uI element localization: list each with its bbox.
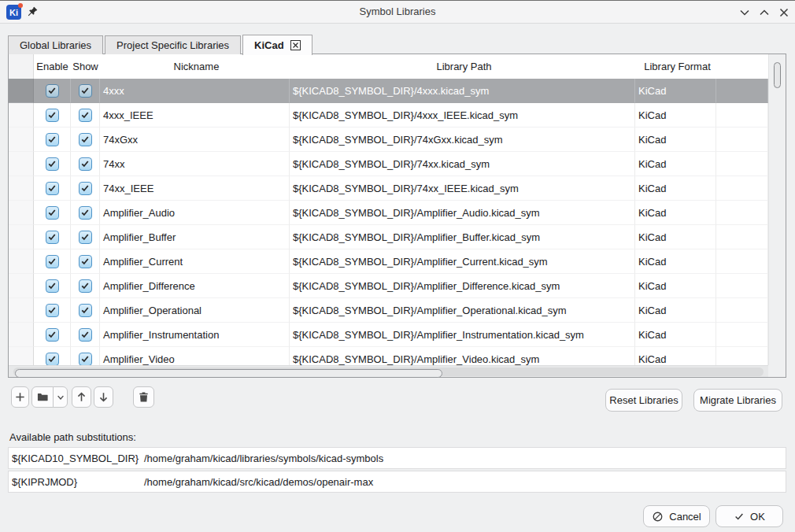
- library-row[interactable]: 74xx_IEEE ${KICAD8_SYMBOL_DIR}/74xx_IEEE…: [9, 176, 768, 201]
- library-format-cell[interactable]: KiCad: [635, 323, 716, 347]
- move-up-button[interactable]: [72, 386, 91, 408]
- library-format-cell[interactable]: KiCad: [635, 249, 716, 274]
- library-format-cell[interactable]: KiCad: [635, 225, 716, 249]
- library-path-cell[interactable]: ${KICAD8_SYMBOL_DIR}/Amplifier_Operation…: [290, 298, 635, 323]
- library-row[interactable]: 4xxx ${KICAD8_SYMBOL_DIR}/4xxx.kicad_sym…: [9, 79, 768, 103]
- show-checkbox[interactable]: [79, 279, 92, 293]
- ok-button[interactable]: OK: [716, 505, 783, 527]
- nickname-cell[interactable]: Amplifier_Audio: [100, 201, 290, 225]
- row-header[interactable]: [9, 323, 34, 347]
- row-header[interactable]: [9, 298, 34, 323]
- nickname-cell[interactable]: 4xxx_IEEE: [100, 103, 290, 127]
- enable-checkbox[interactable]: [46, 328, 59, 342]
- row-header[interactable]: [9, 176, 34, 201]
- library-path-cell[interactable]: ${KICAD8_SYMBOL_DIR}/74xGxx.kicad_sym: [290, 127, 635, 152]
- show-checkbox[interactable]: [79, 304, 92, 317]
- library-format-cell[interactable]: KiCad: [635, 152, 716, 176]
- library-format-cell[interactable]: KiCad: [635, 127, 716, 152]
- horizontal-scrollbar-track[interactable]: [13, 368, 764, 376]
- show-checkbox[interactable]: [79, 328, 92, 342]
- enable-checkbox[interactable]: [46, 304, 59, 317]
- pin-icon[interactable]: [26, 6, 39, 18]
- enable-checkbox[interactable]: [46, 279, 59, 293]
- enable-checkbox[interactable]: [46, 353, 59, 366]
- browse-library-button[interactable]: [31, 386, 54, 408]
- library-row[interactable]: 4xxx_IEEE ${KICAD8_SYMBOL_DIR}/4xxx_IEEE…: [9, 103, 768, 127]
- show-checkbox[interactable]: [79, 157, 92, 171]
- show-checkbox[interactable]: [79, 353, 92, 366]
- show-checkbox[interactable]: [79, 133, 92, 146]
- nickname-cell[interactable]: Amplifier_Instrumentation: [100, 323, 290, 347]
- library-path-cell[interactable]: ${KICAD8_SYMBOL_DIR}/Amplifier_Buffer.ki…: [290, 225, 635, 249]
- library-path-cell[interactable]: ${KICAD8_SYMBOL_DIR}/74xx_IEEE.kicad_sym: [290, 176, 635, 201]
- horizontal-scrollbar[interactable]: [9, 365, 768, 377]
- show-checkbox[interactable]: [79, 231, 92, 244]
- library-path-cell[interactable]: ${KICAD8_SYMBOL_DIR}/74xx.kicad_sym: [290, 152, 635, 176]
- library-format-cell[interactable]: KiCad: [635, 79, 716, 103]
- library-row[interactable]: Amplifier_Difference ${KICAD8_SYMBOL_DIR…: [9, 274, 768, 298]
- shade-icon[interactable]: [738, 6, 751, 19]
- enable-checkbox[interactable]: [46, 157, 59, 171]
- browse-library-dropdown-button[interactable]: [53, 386, 68, 408]
- row-header[interactable]: [9, 127, 34, 152]
- enable-checkbox[interactable]: [46, 84, 59, 98]
- library-path-cell[interactable]: ${KICAD8_SYMBOL_DIR}/4xxx_IEEE.kicad_sym: [290, 103, 635, 127]
- library-format-cell[interactable]: KiCad: [635, 274, 716, 298]
- vertical-scrollbar[interactable]: [768, 54, 786, 365]
- enable-checkbox[interactable]: [46, 182, 59, 195]
- nickname-cell[interactable]: 74xx_IEEE: [100, 176, 290, 201]
- show-checkbox[interactable]: [79, 109, 92, 122]
- row-header[interactable]: [9, 225, 34, 249]
- reset-libraries-button[interactable]: Reset Libraries: [605, 389, 682, 412]
- enable-checkbox[interactable]: [46, 206, 59, 220]
- nickname-cell[interactable]: 74xGxx: [100, 127, 290, 152]
- show-checkbox[interactable]: [79, 255, 92, 268]
- row-header[interactable]: [9, 347, 34, 365]
- row-header[interactable]: [9, 274, 34, 298]
- library-format-cell[interactable]: KiCad: [635, 298, 716, 323]
- library-row[interactable]: Amplifier_Audio ${KICAD8_SYMBOL_DIR}/Amp…: [9, 201, 768, 225]
- library-row[interactable]: 74xx ${KICAD8_SYMBOL_DIR}/74xx.kicad_sym…: [9, 152, 768, 176]
- close-icon[interactable]: [778, 6, 790, 19]
- library-row[interactable]: Amplifier_Buffer ${KICAD8_SYMBOL_DIR}/Am…: [9, 225, 768, 249]
- move-down-button[interactable]: [94, 386, 113, 408]
- nickname-cell[interactable]: 4xxx: [100, 79, 290, 103]
- library-path-cell[interactable]: ${KICAD8_SYMBOL_DIR}/Amplifier_Differenc…: [290, 274, 635, 298]
- maximize-icon[interactable]: [758, 6, 771, 19]
- row-header[interactable]: [9, 103, 34, 127]
- nickname-cell[interactable]: Amplifier_Operational: [100, 298, 290, 323]
- tab-kicad[interactable]: KiCad: [242, 35, 312, 55]
- library-row[interactable]: Amplifier_Video ${KICAD8_SYMBOL_DIR}/Amp…: [9, 347, 768, 365]
- nickname-cell[interactable]: Amplifier_Buffer: [100, 225, 290, 249]
- library-format-cell[interactable]: KiCad: [635, 103, 716, 127]
- tab-close-icon[interactable]: [290, 40, 301, 50]
- tab-global-libraries[interactable]: Global Libraries: [8, 35, 103, 54]
- enable-checkbox[interactable]: [46, 231, 59, 244]
- library-format-cell[interactable]: KiCad: [635, 347, 716, 365]
- add-library-button[interactable]: [11, 386, 29, 408]
- library-row[interactable]: Amplifier_Current ${KICAD8_SYMBOL_DIR}/A…: [9, 249, 768, 274]
- show-checkbox[interactable]: [79, 182, 92, 195]
- nickname-cell[interactable]: 74xx: [100, 152, 290, 176]
- library-row[interactable]: Amplifier_Operational ${KICAD8_SYMBOL_DI…: [9, 298, 768, 323]
- delete-library-button[interactable]: [133, 386, 154, 408]
- library-path-cell[interactable]: ${KICAD8_SYMBOL_DIR}/4xxx.kicad_sym: [290, 79, 635, 103]
- tab-project-specific-libraries[interactable]: Project Specific Libraries: [105, 35, 241, 54]
- library-path-cell[interactable]: ${KICAD8_SYMBOL_DIR}/Amplifier_Audio.kic…: [290, 201, 635, 225]
- nickname-cell[interactable]: Amplifier_Video: [100, 347, 290, 365]
- row-header[interactable]: [9, 201, 34, 225]
- enable-checkbox[interactable]: [46, 255, 59, 268]
- show-checkbox[interactable]: [79, 206, 92, 220]
- library-row[interactable]: Amplifier_Instrumentation ${KICAD8_SYMBO…: [9, 323, 768, 347]
- library-format-cell[interactable]: KiCad: [635, 176, 716, 201]
- show-checkbox[interactable]: [79, 84, 92, 98]
- vertical-scrollbar-thumb[interactable]: [774, 62, 781, 88]
- nickname-cell[interactable]: Amplifier_Difference: [100, 274, 290, 298]
- library-path-cell[interactable]: ${KICAD8_SYMBOL_DIR}/Amplifier_Video.kic…: [290, 347, 635, 365]
- nickname-cell[interactable]: Amplifier_Current: [100, 249, 290, 274]
- enable-checkbox[interactable]: [46, 133, 59, 146]
- row-header[interactable]: [9, 79, 34, 103]
- library-path-cell[interactable]: ${KICAD8_SYMBOL_DIR}/Amplifier_Current.k…: [290, 249, 635, 274]
- enable-checkbox[interactable]: [46, 109, 59, 122]
- library-row[interactable]: 74xGxx ${KICAD8_SYMBOL_DIR}/74xGxx.kicad…: [9, 127, 768, 152]
